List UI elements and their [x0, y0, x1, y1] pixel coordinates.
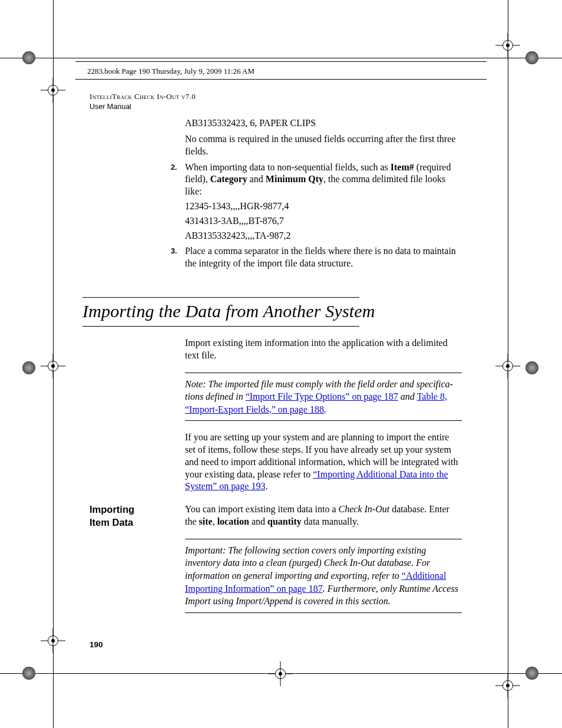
running-head: IntelliTrack Check In-Out v7.0 User Manu…	[90, 92, 495, 111]
registration-target	[268, 661, 293, 686]
registration-sphere	[22, 361, 35, 374]
body-text: Import existing item information into th…	[185, 337, 462, 362]
running-head-title: IntelliTrack Check In-Out v7.0	[90, 92, 495, 102]
section-title-text: Importing the Data from Another System	[82, 301, 401, 321]
code-line: 12345-1343,,,,HGR-9877,4	[185, 200, 462, 213]
code-line: AB3135332423,,,,TA-987,2	[185, 230, 462, 242]
margin-heading: Importing Item Data	[90, 503, 178, 529]
body-text: AB3135332423, 6, PAPER CLIPS	[185, 117, 462, 130]
running-head-subtitle: User Manual	[90, 102, 495, 111]
registration-target	[495, 33, 520, 58]
body-text: No comma is required in the unused field…	[185, 133, 462, 158]
note-label: Note:	[185, 379, 209, 389]
registration-target	[41, 78, 65, 103]
registration-sphere	[22, 667, 35, 680]
note-block: Note: The imported file must comply with…	[185, 373, 462, 421]
page-number: 190	[90, 640, 495, 649]
cross-ref-link[interactable]: “Import File Type Options” on page 187	[246, 391, 398, 401]
registration-sphere	[525, 51, 538, 64]
body-text: You can import existing item data into a…	[185, 503, 462, 528]
registration-target	[41, 354, 65, 378]
registration-target	[41, 628, 65, 653]
registration-sphere	[525, 667, 538, 680]
important-label: Important:	[185, 545, 228, 555]
list-item-text: Place a comma separator in the fields wh…	[185, 245, 462, 270]
crop-line-top	[0, 58, 562, 58]
list-number: 2.	[171, 163, 177, 172]
code-line: 4314313-3AB,,,,BT-876,7	[185, 215, 462, 228]
list-item-text: When importing data to non-sequential fi…	[185, 162, 462, 198]
registration-target	[495, 354, 520, 378]
list-number: 3.	[171, 246, 177, 256]
registration-target	[495, 673, 520, 698]
section-heading: Importing the Data from Another System	[82, 297, 401, 327]
registration-sphere	[22, 51, 35, 64]
body-text: If you are setting up your system and ar…	[185, 431, 462, 493]
important-block: Important: The following section covers …	[185, 539, 462, 613]
registration-sphere	[525, 361, 538, 374]
